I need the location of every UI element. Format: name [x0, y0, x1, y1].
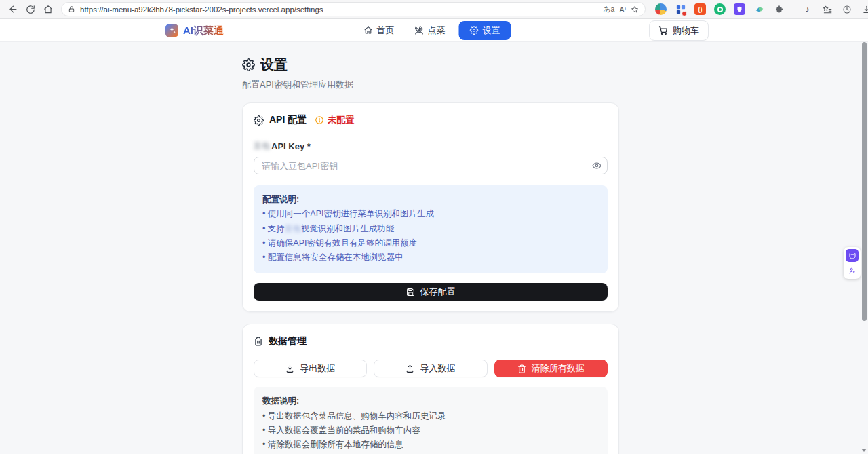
utensils-icon: [415, 26, 424, 35]
lock-icon[interactable]: [68, 5, 75, 13]
nav-item-order[interactable]: 点菜: [408, 21, 452, 40]
cat-face-icon: [848, 252, 856, 260]
url-text[interactable]: https://ai-menu-a92k3hb78-pickstar-2002s…: [80, 5, 599, 14]
extension-beachball-icon[interactable]: [655, 3, 667, 15]
clear-all-data-label: 清除所有数据: [532, 362, 585, 375]
nav-home-label: 首页: [377, 24, 395, 37]
export-data-button[interactable]: 导出数据: [254, 360, 367, 377]
cart-button[interactable]: 购物车: [649, 20, 709, 41]
extension-orange-icon[interactable]: (): [694, 3, 706, 15]
data-note-1: 导出数据包含菜品信息、购物车内容和历史记录: [262, 409, 599, 423]
config-note-3: 请确保API密钥有效且有足够的调用额度: [262, 236, 599, 250]
toolbar-divider: [793, 5, 793, 14]
data-note-3: 清除数据会删除所有本地存储的信息: [262, 438, 599, 452]
trash-icon: [254, 337, 263, 346]
extension-badge: [682, 11, 687, 16]
nav-item-settings[interactable]: 设置: [459, 21, 511, 40]
redacted-text: 豆包: [254, 140, 270, 152]
scrollbar-down-arrow[interactable]: [861, 449, 867, 452]
brand-name: AI识菜通: [183, 24, 224, 37]
data-notes: 数据说明: 导出数据包含菜品信息、购物车内容和历史记录 导入数据会覆盖当前的菜品…: [254, 387, 608, 454]
translate-extension-button[interactable]: [846, 249, 859, 262]
config-notes: 配置说明: 使用同一个API密钥进行菜单识别和图片生成 支持豆包视觉识别和图片生…: [254, 185, 608, 273]
refresh-icon: [26, 5, 35, 14]
toggle-visibility-button[interactable]: [592, 161, 601, 170]
config-note-2: 支持豆包视觉识别和图片生成功能: [262, 222, 599, 236]
home-icon: [43, 5, 53, 14]
data-notes-title: 数据说明:: [262, 396, 299, 406]
data-card-header: 数据管理: [254, 335, 608, 347]
site-header: AI识菜通 首页 点菜 设置 购物车: [0, 19, 868, 42]
downloads-icon[interactable]: [861, 3, 868, 15]
page-title-text: 设置: [260, 56, 288, 74]
api-key-label: 豆包 API Key *: [254, 140, 608, 152]
api-card-title: API 配置: [269, 114, 307, 126]
config-note-4: 配置信息将安全存储在本地浏览器中: [262, 250, 599, 265]
data-card-title: 数据管理: [269, 335, 307, 347]
assistant-icon: [848, 267, 856, 275]
export-icon: [285, 364, 294, 373]
page-subtitle: 配置API密钥和管理应用数据: [242, 79, 619, 91]
read-aloud-icon[interactable]: A⁾: [619, 5, 626, 14]
main-nav: 首页 点菜 设置: [357, 21, 511, 40]
translate-icon[interactable]: あa: [604, 5, 615, 14]
save-config-label: 保存配置: [420, 286, 456, 298]
api-key-input[interactable]: [254, 157, 608, 174]
sparkles-icon: [165, 24, 178, 37]
address-bar[interactable]: https://ai-menu-a92k3hb78-pickstar-2002s…: [61, 2, 646, 16]
home-icon: [364, 26, 373, 35]
history-icon[interactable]: [841, 3, 852, 15]
import-icon: [406, 364, 414, 373]
api-card-header: API 配置 未配置: [254, 114, 608, 126]
extension-purple-shield-icon[interactable]: [734, 3, 745, 15]
back-icon: [8, 4, 18, 14]
trash-icon: [517, 364, 526, 373]
favorite-star-icon[interactable]: [631, 5, 639, 14]
gear-icon: [254, 115, 264, 126]
nav-settings-label: 设置: [483, 24, 500, 37]
api-key-label-text: API Key *: [271, 141, 311, 151]
main-content: 设置 配置API密钥和管理应用数据 API 配置 未配置 豆包 API Key …: [0, 42, 868, 454]
refresh-button[interactable]: [23, 2, 38, 17]
home-button[interactable]: [41, 2, 56, 17]
gear-icon: [242, 58, 255, 71]
collections-icon[interactable]: [821, 3, 833, 15]
brand-logo[interactable]: AI识菜通: [165, 24, 224, 37]
page-title: 设置: [242, 56, 619, 74]
redacted-text: 豆包: [285, 224, 301, 233]
cart-icon: [658, 26, 668, 35]
eye-icon: [592, 161, 601, 170]
data-actions: 导出数据 导入数据 清除所有数据: [254, 360, 608, 377]
save-icon: [406, 288, 415, 297]
extensions-area: () ♪ ···: [655, 3, 868, 16]
nav-item-home[interactable]: 首页: [357, 21, 401, 40]
config-notes-title: 配置说明:: [262, 195, 299, 204]
api-key-field-wrap: [254, 157, 608, 174]
status-badge: 未配置: [315, 114, 354, 126]
extensions-puzzle-icon[interactable]: [773, 3, 785, 15]
screen: https://ai-menu-a92k3hb78-pickstar-2002s…: [0, 0, 868, 454]
gear-icon: [470, 26, 479, 35]
save-config-button[interactable]: 保存配置: [254, 283, 608, 301]
assistant-extension-button[interactable]: [846, 264, 859, 277]
browser-essentials-icon[interactable]: ♪: [802, 3, 813, 15]
status-text: 未配置: [328, 114, 354, 126]
cart-label: 购物车: [673, 24, 699, 37]
clear-all-data-button[interactable]: 清除所有数据: [494, 360, 608, 377]
alert-circle-icon: [315, 115, 324, 125]
extension-grid-icon[interactable]: [675, 3, 686, 15]
back-button[interactable]: [5, 2, 20, 17]
import-data-label: 导入数据: [420, 362, 455, 375]
scrollbar[interactable]: [861, 42, 868, 454]
import-data-button[interactable]: 导入数据: [374, 360, 487, 377]
nav-order-label: 点菜: [428, 24, 446, 37]
export-data-label: 导出数据: [300, 362, 335, 375]
scrollbar-thumb[interactable]: [862, 42, 867, 321]
extension-green-icon[interactable]: [714, 3, 726, 15]
data-note-2: 导入数据会覆盖当前的菜品和购物车内容: [262, 423, 599, 438]
floating-extension-widget: [844, 247, 861, 279]
extension-crane-icon[interactable]: [753, 3, 765, 15]
data-management-card: 数据管理 导出数据 导入数据 清除所有数据: [242, 324, 619, 454]
browser-toolbar: https://ai-menu-a92k3hb78-pickstar-2002s…: [0, 0, 868, 19]
api-config-card: API 配置 未配置 豆包 API Key *: [242, 102, 619, 312]
